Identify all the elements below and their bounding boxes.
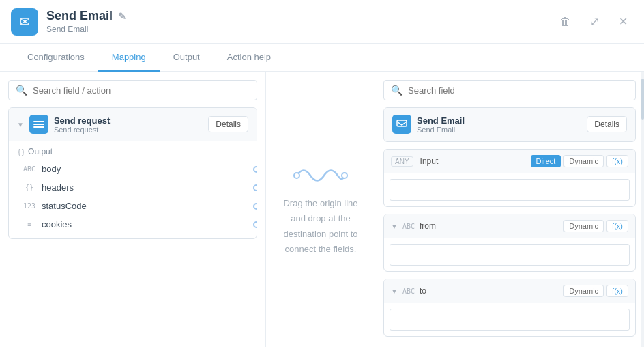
scroll-thumb: [641, 79, 644, 120]
dest-block: Send Email Send Email Details: [383, 107, 636, 142]
dest-title-block: Send Email Send Email: [417, 115, 465, 134]
left-search-bar[interactable]: 🔍: [8, 80, 257, 100]
connector-dot: [253, 184, 257, 191]
field-from-header: ▼ ABC from Dynamic f(x): [384, 214, 635, 238]
item-name: cookies: [42, 219, 72, 229]
field-to-value[interactable]: [390, 309, 630, 331]
expand-button[interactable]: ⤢: [584, 12, 604, 32]
source-details-button[interactable]: Details: [208, 116, 248, 132]
tag-dynamic-from[interactable]: Dynamic: [564, 220, 604, 232]
left-panel: 🔍 ▼ Send request Send: [0, 72, 266, 347]
scrollbar[interactable]: [641, 72, 644, 347]
tag-direct[interactable]: Direct: [531, 155, 561, 167]
tab-action-help[interactable]: Action help: [214, 44, 284, 72]
tab-configurations[interactable]: Configurations: [14, 44, 98, 72]
svg-rect-0: [33, 121, 44, 122]
output-section: {} Output ABC body {} headers: [9, 141, 257, 238]
tag-dynamic-to[interactable]: Dynamic: [564, 285, 604, 297]
collapse-to-btn[interactable]: ▼: [391, 288, 398, 295]
header: ✉ Send Email ✎ Send Email 🗑 ⤢ ✕: [0, 0, 644, 44]
field-to-label-area: ▼ ABC to: [391, 286, 426, 296]
field-input-header: ANY Input Direct Dynamic f(x): [384, 150, 635, 173]
search-icon: 🔍: [391, 85, 402, 96]
field-to-header: ▼ ABC to Dynamic f(x): [384, 279, 635, 303]
source-header-left: ▼ Send request Send request: [17, 115, 110, 134]
source-header: ▼ Send request Send request Details: [9, 108, 257, 141]
output-items: ABC body {} headers 123 statusCode: [17, 160, 248, 233]
field-from-section: ▼ ABC from Dynamic f(x): [383, 214, 636, 272]
any-badge: ANY: [391, 156, 413, 167]
output-label-text: Output: [28, 147, 53, 156]
collapse-btn[interactable]: ▼: [17, 121, 24, 128]
drag-instruction-text: Drag the origin line and drop at the des…: [280, 196, 362, 256]
item-name: body: [42, 164, 61, 174]
field-to-tags: Dynamic f(x): [564, 285, 628, 297]
item-type-badge: ≡: [23, 221, 36, 228]
field-from-label: from: [420, 221, 436, 231]
dest-details-button[interactable]: Details: [587, 116, 627, 132]
list-item[interactable]: ≡ cookies: [17, 216, 248, 233]
header-left: ✉ Send Email ✎ Send Email: [11, 8, 126, 36]
tabs: Configurations Mapping Output Action hel…: [0, 44, 644, 72]
list-item[interactable]: {} headers: [17, 179, 248, 196]
svg-rect-1: [33, 124, 44, 125]
source-title-block: Send request Send request: [54, 115, 110, 134]
item-type-badge: ABC: [23, 165, 36, 173]
connector-dot: [253, 166, 257, 173]
tag-fx-to[interactable]: f(x): [606, 285, 628, 297]
close-button[interactable]: ✕: [613, 12, 633, 32]
source-icon: [29, 115, 48, 134]
field-input-body: [384, 173, 635, 206]
output-label: {} Output: [17, 147, 248, 156]
left-search-input[interactable]: [33, 85, 250, 96]
header-title: Send Email ✎: [46, 9, 126, 23]
field-from-tags: Dynamic f(x): [564, 220, 628, 232]
to-type-badge: ABC: [402, 288, 415, 295]
item-type-badge: 123: [23, 202, 36, 210]
item-name: headers: [42, 182, 74, 193]
tab-output[interactable]: Output: [160, 44, 214, 72]
main-content: 🔍 ▼ Send request Send: [0, 72, 644, 347]
svg-point-4: [342, 173, 347, 178]
field-to-section: ▼ ABC to Dynamic f(x): [383, 279, 636, 337]
right-panel: 🔍 Send Email Send Email: [375, 72, 644, 347]
connector-dot: [253, 203, 257, 210]
right-search-input[interactable]: [408, 85, 628, 96]
field-input-label: Input: [420, 156, 439, 166]
tag-dynamic[interactable]: Dynamic: [564, 155, 604, 167]
field-from-label-area: ▼ ABC from: [391, 221, 436, 231]
edit-icon[interactable]: ✎: [118, 11, 126, 22]
header-subtitle: Send Email: [46, 25, 126, 34]
field-input-tags: Direct Dynamic f(x): [531, 155, 628, 167]
tab-mapping[interactable]: Mapping: [98, 44, 160, 72]
search-icon: 🔍: [16, 85, 27, 96]
tag-fx-from[interactable]: f(x): [606, 220, 628, 232]
tag-fx[interactable]: f(x): [606, 155, 628, 167]
field-from-value[interactable]: [390, 244, 630, 266]
header-actions: 🗑 ⤢ ✕: [555, 12, 633, 32]
field-from-body: [384, 238, 635, 271]
svg-rect-2: [33, 126, 44, 128]
item-name: statusCode: [42, 201, 87, 211]
from-type-badge: ABC: [402, 223, 415, 230]
title-text: Send Email: [46, 9, 113, 23]
list-item[interactable]: ABC body: [17, 160, 248, 178]
connector-dot: [253, 221, 257, 228]
dest-icon: [392, 115, 411, 134]
middle-panel: Drag the origin line and drop at the des…: [266, 72, 375, 347]
dest-title: Send Email: [417, 115, 465, 126]
source-subtitle: Send request: [54, 126, 110, 134]
svg-point-3: [294, 173, 299, 178]
app-icon: ✉: [11, 8, 38, 36]
collapse-from-btn[interactable]: ▼: [391, 223, 398, 230]
field-input-value[interactable]: [390, 179, 630, 201]
right-search-bar[interactable]: 🔍: [383, 80, 636, 100]
item-type-badge: {}: [23, 184, 36, 191]
delete-button[interactable]: 🗑: [555, 12, 576, 32]
wave-icon: [293, 162, 348, 189]
field-to-label: to: [420, 286, 426, 296]
list-item[interactable]: 123 statusCode: [17, 197, 248, 214]
source-block: ▼ Send request Send request Details: [8, 107, 257, 239]
dest-subtitle: Send Email: [417, 126, 465, 134]
field-input-section: ANY Input Direct Dynamic f(x): [383, 149, 636, 207]
